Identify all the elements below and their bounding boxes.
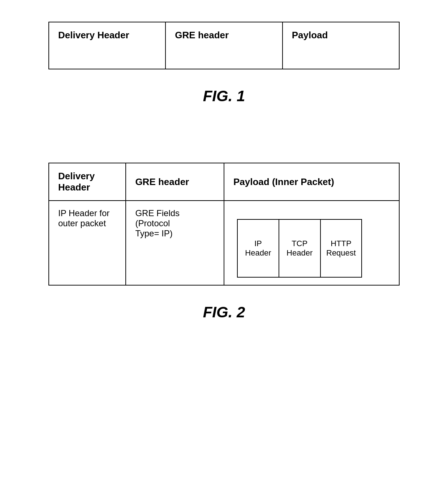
fig2-label: FIG. 2 [203, 304, 245, 321]
inner-tcp-line2: Header [287, 248, 313, 257]
inner-ip-cell: IP Header [237, 219, 279, 277]
inner-ip-line1: IP [254, 239, 262, 248]
fig1-gre-header: GRE header [165, 22, 282, 69]
page-container: Delivery Header GRE header Payload FIG. … [29, 22, 419, 350]
fig1-label: FIG. 1 [203, 87, 245, 105]
inner-tcp-cell: TCP Header [279, 219, 320, 277]
fig2-body-row: IP Header for outer packet GRE Fields (P… [49, 201, 399, 285]
fig2-gre-line3: Type= IP) [135, 228, 172, 238]
inner-packet-row: IP Header TCP Header HTTP Request [237, 219, 362, 277]
fig2-gre-line2: (Protocol [135, 218, 170, 228]
inner-http-line1: HTTP [331, 239, 351, 248]
fig2-delivery-line2: outer packet [58, 218, 106, 228]
fig2-delivery-header: Delivery Header [49, 163, 126, 201]
fig1-delivery-header: Delivery Header [49, 22, 165, 69]
fig2-delivery-body: IP Header for outer packet [49, 201, 126, 285]
fig2-payload-body: IP Header TCP Header HTTP Request [224, 201, 399, 285]
inner-ip-line2: Header [245, 248, 271, 257]
fig1-table: Delivery Header GRE header Payload [48, 22, 400, 69]
fig2-gre-body: GRE Fields (Protocol Type= IP) [126, 201, 224, 285]
fig2-payload-header: Payload (Inner Packet) [224, 163, 399, 201]
fig2-gre-line1: GRE Fields [135, 208, 180, 218]
inner-http-cell: HTTP Request [320, 219, 362, 277]
inner-http-line2: Request [326, 248, 356, 257]
fig2-gre-header: GRE header [126, 163, 224, 201]
inner-packet-table: IP Header TCP Header HTTP Request [237, 219, 362, 278]
fig1-payload: Payload [283, 22, 399, 69]
fig1-row: Delivery Header GRE header Payload [49, 22, 399, 69]
fig2-delivery-line1: IP Header for [58, 208, 109, 218]
fig2-table: Delivery Header GRE header Payload (Inne… [48, 163, 400, 286]
fig2-header-row: Delivery Header GRE header Payload (Inne… [49, 163, 399, 201]
inner-tcp-line1: TCP [292, 239, 307, 248]
